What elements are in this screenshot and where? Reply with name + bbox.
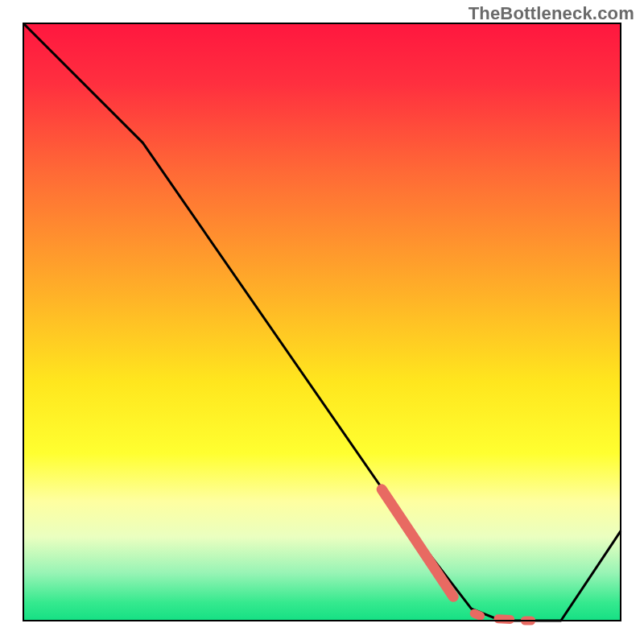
watermark-text: TheBottleneck.com	[469, 3, 634, 24]
highlight-segment	[474, 613, 480, 616]
chart-container: TheBottleneck.com	[0, 0, 644, 644]
highlight-segment	[498, 619, 510, 620]
bottleneck-chart	[0, 0, 644, 644]
